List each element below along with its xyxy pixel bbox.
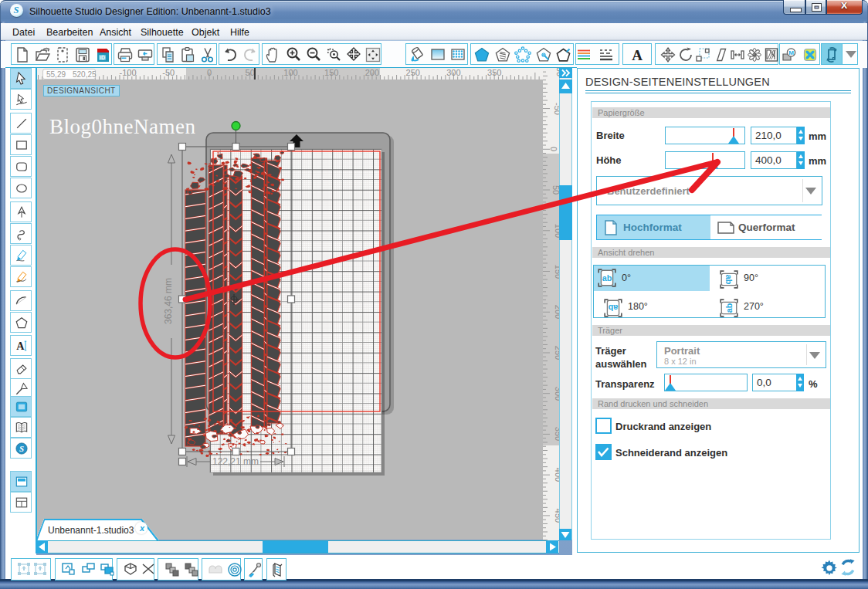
svg-text:M: M (788, 49, 794, 56)
svg-text:ab: ab (602, 273, 612, 283)
svg-text:ab: ab (724, 303, 734, 313)
svg-text:122,21 mm: 122,21 mm (212, 456, 259, 467)
svg-text:A: A (16, 340, 25, 352)
svg-text:ab: ab (608, 303, 618, 313)
svg-text:iD: iD (100, 55, 105, 60)
svg-text:363,46 mm: 363,46 mm (163, 278, 174, 324)
svg-text:ab: ab (724, 275, 734, 285)
svg-text:S: S (19, 444, 24, 453)
svg-text:A: A (632, 47, 643, 63)
